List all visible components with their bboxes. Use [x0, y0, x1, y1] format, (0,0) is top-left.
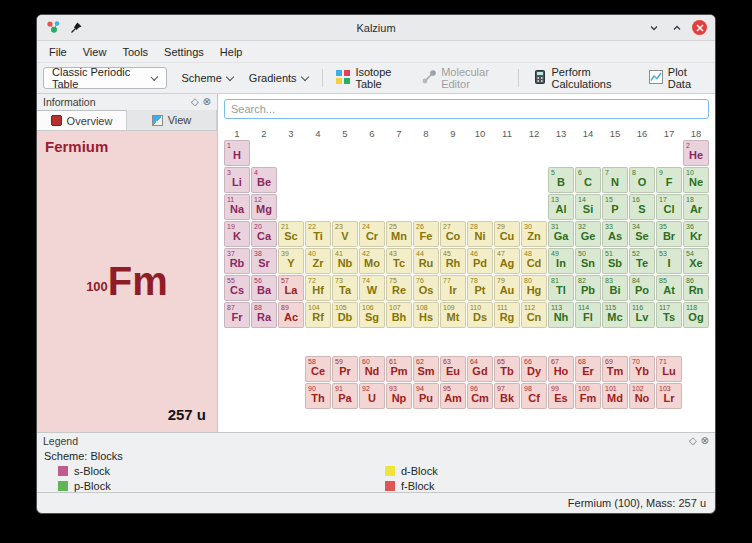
element-Re[interactable]: 75Re: [386, 275, 412, 301]
plot-data-button[interactable]: Plot Data: [642, 66, 709, 90]
element-At[interactable]: 85At: [656, 275, 682, 301]
element-Kr[interactable]: 36Kr: [683, 221, 709, 247]
element-Te[interactable]: 52Te: [629, 248, 655, 274]
float-dock-icon[interactable]: ◇: [191, 97, 199, 107]
element-Au[interactable]: 79Au: [494, 275, 520, 301]
element-Mn[interactable]: 25Mn: [386, 221, 412, 247]
element-Cd[interactable]: 48Cd: [521, 248, 547, 274]
element-Na[interactable]: 11Na: [224, 194, 250, 220]
element-Fe[interactable]: 26Fe: [413, 221, 439, 247]
element-Ho[interactable]: 67Ho: [548, 356, 574, 382]
element-Cl[interactable]: 17Cl: [656, 194, 682, 220]
element-Tb[interactable]: 65Tb: [494, 356, 520, 382]
element-Tl[interactable]: 81Tl: [548, 275, 574, 301]
element-H[interactable]: 1H: [224, 140, 250, 166]
element-Pd[interactable]: 46Pd: [467, 248, 493, 274]
close-dock-icon[interactable]: ⊗: [203, 97, 211, 107]
minimize-button[interactable]: [646, 20, 662, 36]
element-In[interactable]: 49In: [548, 248, 574, 274]
titlebar[interactable]: Kalzium: [37, 15, 715, 41]
element-Ag[interactable]: 47Ag: [494, 248, 520, 274]
element-Er[interactable]: 68Er: [575, 356, 601, 382]
element-Cm[interactable]: 96Cm: [467, 383, 493, 409]
element-Sc[interactable]: 21Sc: [278, 221, 304, 247]
element-Rg[interactable]: 111Rg: [494, 302, 520, 328]
element-Os[interactable]: 76Os: [413, 275, 439, 301]
scheme-button[interactable]: Scheme: [175, 66, 240, 90]
element-Fm[interactable]: 100Fm: [575, 383, 601, 409]
element-Mt[interactable]: 109Mt: [440, 302, 466, 328]
element-Rb[interactable]: 37Rb: [224, 248, 250, 274]
menu-file[interactable]: File: [41, 43, 75, 61]
element-V[interactable]: 23V: [332, 221, 358, 247]
float-dock-icon[interactable]: ◇: [689, 436, 697, 446]
gradients-button[interactable]: Gradients: [242, 66, 315, 90]
element-Co[interactable]: 27Co: [440, 221, 466, 247]
element-Sn[interactable]: 50Sn: [575, 248, 601, 274]
element-Sr[interactable]: 38Sr: [251, 248, 277, 274]
element-Bh[interactable]: 107Bh: [386, 302, 412, 328]
element-Am[interactable]: 95Am: [440, 383, 466, 409]
element-Ge[interactable]: 32Ge: [575, 221, 601, 247]
element-C[interactable]: 6C: [575, 167, 601, 193]
element-Es[interactable]: 99Es: [548, 383, 574, 409]
element-W[interactable]: 74W: [359, 275, 385, 301]
element-Ac[interactable]: 89Ac: [278, 302, 304, 328]
element-Ca[interactable]: 20Ca: [251, 221, 277, 247]
element-Lv[interactable]: 116Lv: [629, 302, 655, 328]
pin-icon[interactable]: [68, 20, 84, 36]
element-Ce[interactable]: 58Ce: [305, 356, 331, 382]
element-Ar[interactable]: 18Ar: [683, 194, 709, 220]
element-Cn[interactable]: 112Cn: [521, 302, 547, 328]
element-Bk[interactable]: 97Bk: [494, 383, 520, 409]
element-Ni[interactable]: 28Ni: [467, 221, 493, 247]
element-Ta[interactable]: 73Ta: [332, 275, 358, 301]
element-O[interactable]: 8O: [629, 167, 655, 193]
element-Xe[interactable]: 54Xe: [683, 248, 709, 274]
element-Cr[interactable]: 24Cr: [359, 221, 385, 247]
element-Bi[interactable]: 83Bi: [602, 275, 628, 301]
element-Np[interactable]: 93Np: [386, 383, 412, 409]
element-Be[interactable]: 4Be: [251, 167, 277, 193]
element-Ts[interactable]: 117Ts: [656, 302, 682, 328]
element-B[interactable]: 5B: [548, 167, 574, 193]
element-Ne[interactable]: 10Ne: [683, 167, 709, 193]
element-Zr[interactable]: 40Zr: [305, 248, 331, 274]
table-type-select[interactable]: Classic Periodic Table: [43, 67, 167, 89]
isotope-table-button[interactable]: Isotope Table: [329, 66, 413, 90]
element-Pu[interactable]: 94Pu: [413, 383, 439, 409]
element-Rh[interactable]: 45Rh: [440, 248, 466, 274]
element-Li[interactable]: 3Li: [224, 167, 250, 193]
menu-tools[interactable]: Tools: [114, 43, 156, 61]
element-Nh[interactable]: 113Nh: [548, 302, 574, 328]
element-Cf[interactable]: 98Cf: [521, 383, 547, 409]
element-Sg[interactable]: 106Sg: [359, 302, 385, 328]
element-Hs[interactable]: 108Hs: [413, 302, 439, 328]
element-Fl[interactable]: 114Fl: [575, 302, 601, 328]
element-Hg[interactable]: 80Hg: [521, 275, 547, 301]
element-Sb[interactable]: 51Sb: [602, 248, 628, 274]
element-Pr[interactable]: 59Pr: [332, 356, 358, 382]
menu-settings[interactable]: Settings: [156, 43, 212, 61]
element-Al[interactable]: 13Al: [548, 194, 574, 220]
element-Pt[interactable]: 78Pt: [467, 275, 493, 301]
element-F[interactable]: 9F: [656, 167, 682, 193]
element-K[interactable]: 19K: [224, 221, 250, 247]
element-Db[interactable]: 105Db: [332, 302, 358, 328]
close-dock-icon[interactable]: ⊗: [701, 436, 709, 446]
element-Nb[interactable]: 41Nb: [332, 248, 358, 274]
element-Dy[interactable]: 66Dy: [521, 356, 547, 382]
element-Hf[interactable]: 72Hf: [305, 275, 331, 301]
element-I[interactable]: 53I: [656, 248, 682, 274]
element-Ra[interactable]: 88Ra: [251, 302, 277, 328]
element-Tc[interactable]: 43Tc: [386, 248, 412, 274]
element-Cu[interactable]: 29Cu: [494, 221, 520, 247]
element-Mc[interactable]: 115Mc: [602, 302, 628, 328]
element-Fr[interactable]: 87Fr: [224, 302, 250, 328]
element-S[interactable]: 16S: [629, 194, 655, 220]
element-Ir[interactable]: 77Ir: [440, 275, 466, 301]
element-Po[interactable]: 84Po: [629, 275, 655, 301]
element-No[interactable]: 102No: [629, 383, 655, 409]
element-Yb[interactable]: 70Yb: [629, 356, 655, 382]
element-Tm[interactable]: 69Tm: [602, 356, 628, 382]
